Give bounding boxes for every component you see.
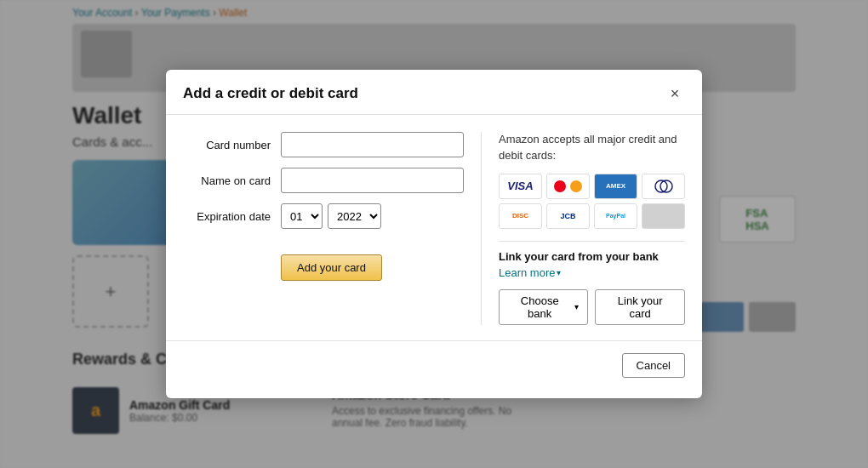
card-number-label: Card number <box>183 139 281 151</box>
jcb-logo: JCB <box>546 203 590 229</box>
mastercard-logo <box>546 174 590 199</box>
learn-more-link[interactable]: Learn more ▾ <box>499 266 561 279</box>
visa-logo: VISA <box>499 174 542 199</box>
expiry-month-select[interactable]: 01020304 05060708 09101112 <box>281 203 323 229</box>
modal-overlay: Add a credit or debit card × Card number… <box>0 0 868 468</box>
choose-bank-button[interactable]: Choose bank ▾ <box>499 289 588 325</box>
bank-actions: Choose bank ▾ Link your card <box>499 289 685 325</box>
modal-title: Add a credit or debit card <box>183 85 358 102</box>
expiration-label: Expiration date <box>183 210 281 223</box>
generic-card-logo <box>642 203 685 229</box>
card-number-row: Card number <box>183 132 464 157</box>
paypal-logo: PayPal <box>594 203 637 229</box>
add-card-modal: Add a credit or debit card × Card number… <box>166 70 702 397</box>
amex-logo: AMEX <box>594 174 637 199</box>
modal-body: Card number Name on card Expiration date… <box>166 115 702 324</box>
name-on-card-row: Name on card <box>183 168 464 193</box>
modal-footer: Cancel <box>166 340 702 381</box>
discover-logo: DISC <box>499 203 542 229</box>
learn-more-chevron-icon: ▾ <box>557 268 561 277</box>
modal-header: Add a credit or debit card × <box>166 70 702 115</box>
mc-right-circle <box>570 180 582 192</box>
divider <box>499 241 685 242</box>
card-form-section: Card number Name on card Expiration date… <box>183 132 464 324</box>
cancel-button[interactable]: Cancel <box>622 353 685 378</box>
expiry-selects: 01020304 05060708 09101112 2022202320242… <box>281 203 381 229</box>
diners-icon <box>654 179 673 194</box>
choose-bank-chevron-icon: ▾ <box>574 302 579 311</box>
mc-left-circle <box>554 180 566 192</box>
expiration-row: Expiration date 01020304 05060708 091011… <box>183 203 464 229</box>
card-info-section: Amazon accepts all major credit and debi… <box>481 132 685 324</box>
diners-logo <box>642 174 685 199</box>
accepts-text: Amazon accepts all major credit and debi… <box>499 132 685 163</box>
add-card-button[interactable]: Add your card <box>281 254 382 281</box>
learn-more-text: Learn more <box>499 266 555 279</box>
link-card-button[interactable]: Link your card <box>595 289 685 325</box>
choose-bank-label: Choose bank <box>508 294 571 320</box>
name-on-card-label: Name on card <box>183 174 281 187</box>
modal-close-button[interactable]: × <box>665 83 685 104</box>
name-on-card-input[interactable] <box>281 168 464 193</box>
card-number-input[interactable] <box>281 132 464 157</box>
link-bank-title: Link your card from your bank <box>499 250 685 263</box>
expiry-year-select[interactable]: 2022202320242025 2026202720282029 2030 <box>328 203 381 229</box>
card-logos-grid: VISA AMEX <box>499 174 685 229</box>
